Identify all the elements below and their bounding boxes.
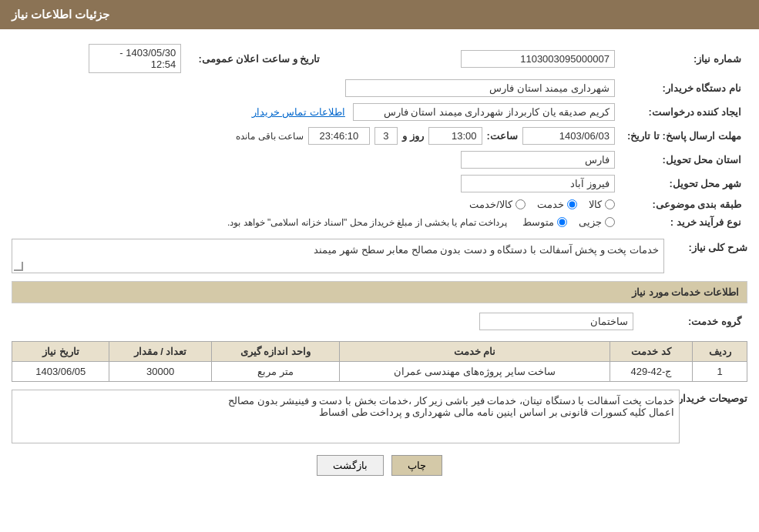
purchase-jozii-label: جزیی xyxy=(579,216,602,228)
category-kala-khadamat-radio[interactable] xyxy=(516,199,526,209)
category-kala-option[interactable]: کالا xyxy=(589,199,615,210)
announcement-date-cell: 1403/05/30 - 12:54 xyxy=(12,41,187,76)
need-number-value: 1103003095000007 xyxy=(461,50,615,68)
table-row: 1 ج-42-429 ساخت سایر پروژه‌های مهندسی عم… xyxy=(12,362,747,382)
buyer-description-row: توصیحات خریدار: خدمات پخت آسفالت با دستگ… xyxy=(12,390,747,443)
purchase-mutavasit-option[interactable]: متوسط xyxy=(522,216,567,228)
announcement-date-value: 1403/05/30 - 12:54 xyxy=(89,44,181,73)
purchase-jozii-option[interactable]: جزیی xyxy=(579,216,615,228)
purchase-note: پرداخت تمام یا بخشی از مبلغ خریداز محل "… xyxy=(227,217,507,228)
cell-date: 1403/06/05 xyxy=(12,362,109,382)
col-code: کد خدمت xyxy=(610,342,693,362)
buyer-description-text: خدمات پخت آسفالت با دستگاه تیتان، خدمات … xyxy=(228,395,674,418)
city-delivery-value: فیروز آباد xyxy=(461,175,615,192)
buyer-org-label: نام دستگاه خریدار: xyxy=(621,76,747,100)
reply-time-label: ساعت: xyxy=(487,130,518,142)
cell-unit: متر مربع xyxy=(211,362,340,382)
back-button[interactable]: بازگشت xyxy=(317,455,384,476)
requester-label: ایجاد کننده درخواست: xyxy=(621,100,747,124)
need-number-cell: 1103003095000007 xyxy=(341,41,621,76)
category-kala-khadamat-option[interactable]: کالا/خدمت xyxy=(469,199,526,210)
cell-quantity: 30000 xyxy=(109,362,211,382)
purchase-type-cell: جزیی متوسط پرداخت تمام یا بخشی از مبلغ خ… xyxy=(12,213,621,231)
col-quantity: تعداد / مقدار xyxy=(109,342,211,362)
basic-info-table: شماره نیاز: 1103003095000007 تاریخ و ساع… xyxy=(12,41,747,231)
services-table: ردیف کد خدمت نام خدمت واحد اندازه گیری ت… xyxy=(12,341,747,382)
cell-row-num: 1 xyxy=(693,362,747,382)
col-row-num: ردیف xyxy=(693,342,747,362)
category-khadamat-radio[interactable] xyxy=(567,199,577,209)
service-group-table: گروه خدمت: ساختمان xyxy=(12,309,747,333)
province-delivery-label: استان محل تحویل: xyxy=(621,148,747,172)
service-group-value: ساختمان xyxy=(479,313,633,330)
category-kala-khadamat-label: کالا/خدمت xyxy=(469,199,512,210)
cell-name: ساخت سایر پروژه‌های مهندسی عمران xyxy=(340,362,610,382)
purchase-jozii-radio[interactable] xyxy=(605,217,615,227)
reply-remaining-label: ساعت باقی مانده xyxy=(236,131,304,142)
need-description-content: خدمات پخت و پخش آسفالت با دستگاه و دست ب… xyxy=(12,239,664,273)
col-name: نام خدمت xyxy=(340,342,610,362)
need-description-label: شرح کلی نیاز: xyxy=(670,239,747,253)
city-delivery-cell: فیروز آباد xyxy=(12,172,621,196)
reply-deadline-label: مهلت ارسال پاسخ: تا تاریخ: xyxy=(621,124,747,148)
service-group-cell: ساختمان xyxy=(12,309,640,333)
reply-remaining-value: 23:46:10 xyxy=(308,127,370,145)
services-section-title: اطلاعات خدمات مورد نیاز xyxy=(12,281,747,303)
print-button[interactable]: چاپ xyxy=(391,455,442,476)
category-khadamat-option[interactable]: خدمت xyxy=(537,199,577,210)
purchase-type-label: نوع فرآیند خرید : xyxy=(621,213,747,231)
reply-deadline-cell: 1403/06/03 ساعت: 13:00 روز و 3 23:46:10 … xyxy=(12,124,621,148)
announcement-date-label: تاریخ و ساعت اعلان عمومی: xyxy=(187,41,326,76)
main-content: شماره نیاز: 1103003095000007 تاریخ و ساع… xyxy=(0,29,759,487)
city-delivery-label: شهر محل تحویل: xyxy=(621,172,747,196)
purchase-mutavasit-radio[interactable] xyxy=(557,217,567,227)
category-khadamat-label: خدمت xyxy=(537,199,564,210)
reply-days-value: 3 xyxy=(374,127,398,145)
buyer-org-value: شهرداری میمند استان فارس xyxy=(345,79,615,97)
button-row: چاپ بازگشت xyxy=(12,455,747,476)
requester-value: کریم صدیقه یان کاربرداز شهرداری میمند اس… xyxy=(353,103,615,121)
purchase-mutavasit-label: متوسط xyxy=(522,216,554,228)
need-description-row: شرح کلی نیاز: خدمات پخت و پخش آسفالت با … xyxy=(12,239,747,273)
buyer-org-cell: شهرداری میمند استان فارس xyxy=(12,76,621,100)
resize-handle[interactable] xyxy=(14,262,23,271)
province-delivery-cell: فارس xyxy=(12,148,621,172)
category-cell: کالا خدمت کالا/خدمت xyxy=(12,196,621,213)
reply-days-label: روز و xyxy=(402,130,424,142)
service-group-label: گروه خدمت: xyxy=(640,309,747,333)
need-number-label: شماره نیاز: xyxy=(621,41,747,76)
page-header: جزئیات اطلاعات نیاز xyxy=(0,0,759,29)
requester-cell: کریم صدیقه یان کاربرداز شهرداری میمند اس… xyxy=(12,100,621,124)
category-kala-label: کالا xyxy=(589,199,602,210)
category-kala-radio[interactable] xyxy=(605,199,615,209)
col-unit: واحد اندازه گیری xyxy=(211,342,340,362)
page-title: جزئیات اطلاعات نیاز xyxy=(12,8,109,21)
buyer-description-label: توصیحات خریدار: xyxy=(686,390,747,404)
province-delivery-value: فارس xyxy=(461,151,615,169)
col-date: تاریخ نیاز xyxy=(12,342,109,362)
reply-time-value: 13:00 xyxy=(428,127,482,145)
cell-code: ج-42-429 xyxy=(610,362,693,382)
page-container: جزئیات اطلاعات نیاز شماره نیاز: 11030030… xyxy=(0,0,759,532)
reply-date-value: 1403/06/03 xyxy=(522,127,615,145)
category-label: طبقه بندی موضوعی: xyxy=(621,196,747,213)
buyer-description-content: خدمات پخت آسفالت با دستگاه تیتان، خدمات … xyxy=(12,390,680,443)
requester-contact-link[interactable]: اطلاعات تماس خریدار xyxy=(252,106,345,118)
need-description-text: خدمات پخت و پخش آسفالت با دستگاه و دست ب… xyxy=(314,244,659,256)
